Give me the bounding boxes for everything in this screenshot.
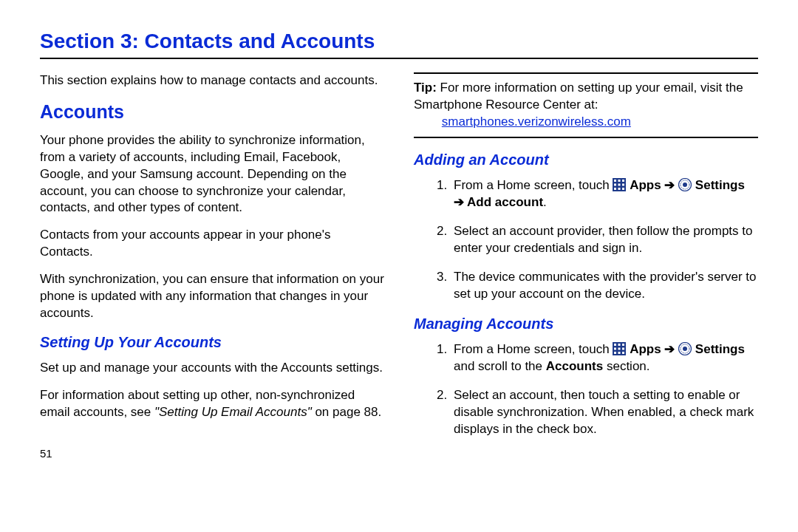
svg-rect-9 — [622, 188, 624, 190]
arrow-3: ➔ — [661, 342, 678, 356]
apps-icon — [613, 178, 626, 191]
svg-point-12 — [683, 183, 687, 187]
arrow-1: ➔ — [661, 178, 678, 192]
svg-rect-3 — [622, 180, 624, 182]
left-column: This section explains how to manage cont… — [40, 72, 384, 461]
label-apps-2: Apps — [630, 342, 661, 356]
apps-icon — [613, 342, 626, 355]
label-apps: Apps — [630, 178, 661, 192]
mng-step-2: Select an account, then touch a setting … — [451, 387, 758, 438]
svg-rect-17 — [614, 348, 616, 350]
svg-rect-20 — [614, 352, 616, 354]
svg-rect-15 — [618, 344, 621, 346]
heading-setting-up: Setting Up Your Accounts — [40, 332, 384, 352]
heading-managing: Managing Accounts — [414, 314, 758, 334]
mng1-end: section. — [603, 359, 649, 373]
setting-up-xref: For information about setting up other, … — [40, 387, 384, 421]
settings-icon — [678, 342, 692, 355]
svg-rect-19 — [622, 348, 624, 350]
xref-post: on page 88. — [312, 405, 382, 419]
tip-rule-top — [414, 72, 758, 74]
intro-text: This section explains how to manage cont… — [40, 72, 384, 89]
accounts-p1: Your phone provides the ability to synch… — [40, 132, 384, 217]
label-settings: Settings — [695, 178, 745, 192]
svg-rect-22 — [622, 352, 624, 354]
svg-point-25 — [683, 347, 687, 351]
xref-title: "Setting Up Email Accounts" — [154, 405, 312, 419]
mng-step-1: From a Home screen, touch Apps ➔ — [451, 341, 758, 375]
svg-rect-21 — [618, 352, 621, 354]
managing-steps: From a Home screen, touch Apps ➔ — [414, 341, 758, 438]
mng1-tail: and scroll to the — [454, 359, 546, 373]
add1-pre: From a Home screen, touch — [454, 178, 613, 192]
add-step-2: Select an account provider, then follow … — [451, 223, 758, 257]
svg-rect-8 — [618, 188, 621, 190]
svg-rect-6 — [622, 183, 624, 185]
tip-link[interactable]: smartphones.verizonwireless.com — [442, 115, 631, 129]
svg-rect-18 — [618, 348, 621, 350]
mng1-pre: From a Home screen, touch — [454, 342, 613, 356]
settings-icon — [678, 178, 692, 191]
tip-text: For more information on setting up your … — [414, 81, 743, 112]
arrow-2: ➔ — [454, 195, 467, 209]
label-add-account: Add account — [467, 195, 543, 209]
section-title: Section 3: Contacts and Accounts — [40, 30, 758, 53]
svg-rect-5 — [618, 183, 621, 185]
svg-rect-2 — [618, 180, 621, 182]
svg-rect-1 — [614, 180, 616, 182]
tip-block: Tip: For more information on setting up … — [414, 80, 758, 131]
svg-rect-14 — [614, 344, 616, 346]
mng1-accounts: Accounts — [546, 359, 603, 373]
add-step-3: The device communicates with the provide… — [451, 269, 758, 303]
add-step-1: From a Home screen, touch Apps ➔ — [451, 177, 758, 211]
svg-rect-7 — [614, 188, 616, 190]
setting-up-p1: Set up and manage your accounts with the… — [40, 360, 384, 377]
adding-steps: From a Home screen, touch Apps ➔ — [414, 177, 758, 303]
label-settings-2: Settings — [695, 342, 745, 356]
add1-dot: . — [543, 195, 547, 209]
svg-rect-4 — [614, 183, 616, 185]
accounts-p2: Contacts from your accounts appear in yo… — [40, 227, 384, 261]
page-number: 51 — [40, 446, 384, 461]
tip-rule-bottom — [414, 137, 758, 138]
accounts-p3: With synchronization, you can ensure tha… — [40, 271, 384, 322]
section-rule — [40, 58, 758, 59]
right-column: Tip: For more information on setting up … — [414, 72, 758, 461]
tip-label: Tip: — [414, 81, 437, 95]
heading-accounts: Accounts — [40, 100, 384, 125]
svg-rect-16 — [622, 344, 624, 346]
heading-adding: Adding an Account — [414, 150, 758, 170]
